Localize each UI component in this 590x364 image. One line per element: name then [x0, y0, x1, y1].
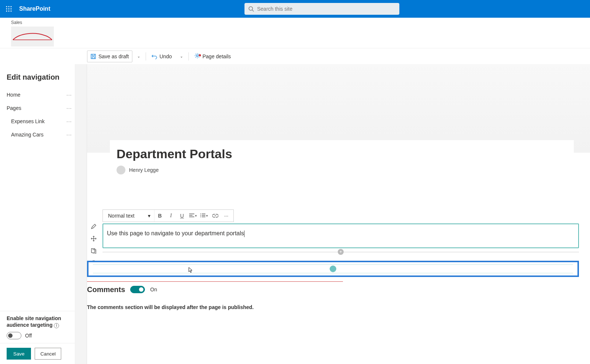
- comments-toggle[interactable]: [130, 286, 145, 293]
- nav-item-label: Expenses Link: [11, 118, 45, 124]
- text-style-label: Normal text: [108, 213, 135, 219]
- site-header: Sales: [0, 18, 590, 49]
- comments-note: The comments section will be displayed a…: [87, 304, 579, 310]
- nav-panel-title: Edit navigation: [0, 73, 75, 88]
- targeting-state-label: Off: [25, 333, 32, 339]
- page-title[interactable]: Department Portals: [117, 147, 567, 161]
- targeting-label-line2: audience targeting: [7, 322, 52, 328]
- comments-toggle-row: Comments On: [87, 285, 579, 294]
- svg-rect-22: [91, 54, 96, 59]
- text-toolbar: Normal text ▾ B I U ▾ ▾: [103, 209, 234, 222]
- more-options-icon[interactable]: ···: [66, 105, 72, 111]
- nav-save-button[interactable]: Save: [7, 348, 31, 360]
- move-webpart-button[interactable]: [91, 236, 97, 243]
- page-author[interactable]: Henry Legge: [117, 166, 567, 174]
- duplicate-webpart-button[interactable]: [91, 248, 97, 255]
- svg-point-6: [6, 10, 7, 11]
- site-name[interactable]: Sales: [11, 20, 587, 25]
- text-webpart[interactable]: Use this page to navigate to your depart…: [103, 223, 579, 248]
- text-style-dropdown[interactable]: Normal text ▾: [104, 210, 155, 222]
- page-details-label: Page details: [202, 53, 231, 59]
- edit-webpart-button[interactable]: [91, 223, 97, 230]
- divider-line: [87, 281, 343, 282]
- cursor-icon: [187, 267, 194, 276]
- app-launcher-button[interactable]: [0, 0, 18, 18]
- comments-state-label: On: [150, 287, 157, 292]
- svg-point-19: [200, 216, 201, 217]
- svg-point-3: [6, 8, 7, 9]
- svg-point-4: [8, 8, 9, 9]
- avatar: [117, 166, 125, 174]
- nav-cancel-button[interactable]: Cancel: [35, 348, 61, 360]
- align-left-icon: [189, 214, 194, 218]
- svg-point-0: [6, 6, 7, 7]
- page-details-button[interactable]: Page details: [191, 51, 234, 62]
- more-options-icon[interactable]: ···: [66, 92, 72, 98]
- svg-point-8: [10, 10, 11, 11]
- undo-icon: [152, 53, 157, 59]
- copy-icon: [91, 248, 97, 254]
- command-bar: Save as draft ⌄ Undo ⌄ Page details: [0, 48, 590, 64]
- nav-item-label: Pages: [7, 105, 21, 111]
- waffle-icon: [6, 6, 12, 12]
- more-formatting-button[interactable]: ···: [221, 210, 232, 221]
- nav-item-pages[interactable]: Pages ···: [0, 101, 75, 115]
- svg-point-7: [8, 10, 9, 11]
- search-box[interactable]: [244, 3, 399, 15]
- svg-point-2: [10, 6, 11, 7]
- selected-empty-section[interactable]: [87, 261, 579, 277]
- canvas-gutter: [75, 64, 87, 364]
- chevron-down-icon: ▾: [206, 214, 208, 218]
- move-icon: [91, 236, 97, 242]
- save-split-button[interactable]: ⌄: [134, 51, 143, 62]
- comments-heading: Comments: [87, 285, 125, 294]
- nav-item-home[interactable]: Home ···: [0, 88, 75, 101]
- nav-item-label: Amazing Cars: [11, 132, 44, 138]
- car-logo-icon: [12, 31, 53, 42]
- undo-label: Undo: [160, 53, 172, 59]
- add-webpart-handle[interactable]: [330, 266, 336, 272]
- undo-split-button[interactable]: ⌄: [177, 51, 186, 62]
- svg-rect-20: [91, 249, 95, 253]
- targeting-label-line1: Enable site navigation: [7, 315, 61, 321]
- page-title-card: Department Portals Henry Legge: [110, 140, 574, 178]
- svg-point-18: [200, 215, 201, 216]
- add-webpart-divider[interactable]: +: [103, 250, 579, 254]
- chevron-down-icon: ⌄: [137, 54, 140, 58]
- more-options-icon[interactable]: ···: [66, 132, 72, 138]
- app-name[interactable]: SharePoint: [18, 6, 50, 12]
- left-navigation: Edit navigation Home ··· Pages ··· Expen…: [0, 64, 75, 364]
- italic-button[interactable]: I: [166, 210, 177, 221]
- hyperlink-button[interactable]: [210, 210, 221, 221]
- more-options-icon[interactable]: ···: [66, 118, 72, 124]
- svg-point-1: [8, 6, 9, 7]
- save-as-draft-button[interactable]: Save as draft: [87, 51, 132, 62]
- svg-point-24: [196, 55, 198, 57]
- chevron-down-icon: ▾: [195, 214, 197, 218]
- site-logo[interactable]: [11, 27, 54, 46]
- audience-targeting-control: Enable site navigation audience targetin…: [0, 311, 75, 343]
- underline-button[interactable]: U: [177, 210, 188, 221]
- align-button[interactable]: ▾: [188, 210, 199, 221]
- svg-point-5: [10, 8, 11, 9]
- chevron-down-icon: ⌄: [180, 54, 183, 58]
- nav-item-amazing-cars[interactable]: Amazing Cars ···: [0, 128, 75, 141]
- edit-icon: [91, 223, 97, 229]
- svg-point-9: [249, 7, 253, 10]
- list-button[interactable]: ▾: [199, 210, 210, 221]
- svg-rect-23: [92, 57, 94, 59]
- nav-item-expenses-link[interactable]: Expenses Link ···: [0, 115, 75, 128]
- undo-button[interactable]: Undo: [148, 51, 175, 62]
- page-hero[interactable]: [87, 64, 590, 153]
- text-caret: [244, 230, 244, 237]
- page-body-text: Use this page to navigate to your depart…: [107, 230, 244, 236]
- search-input[interactable]: [257, 6, 396, 12]
- suite-bar: SharePoint: [0, 0, 590, 18]
- info-icon[interactable]: i: [54, 323, 59, 328]
- chevron-down-icon: ▾: [148, 213, 150, 219]
- author-name: Henry Legge: [129, 167, 159, 173]
- targeting-toggle[interactable]: [7, 332, 21, 339]
- bold-button[interactable]: B: [155, 210, 166, 221]
- link-icon: [212, 214, 218, 218]
- save-icon: [90, 53, 96, 59]
